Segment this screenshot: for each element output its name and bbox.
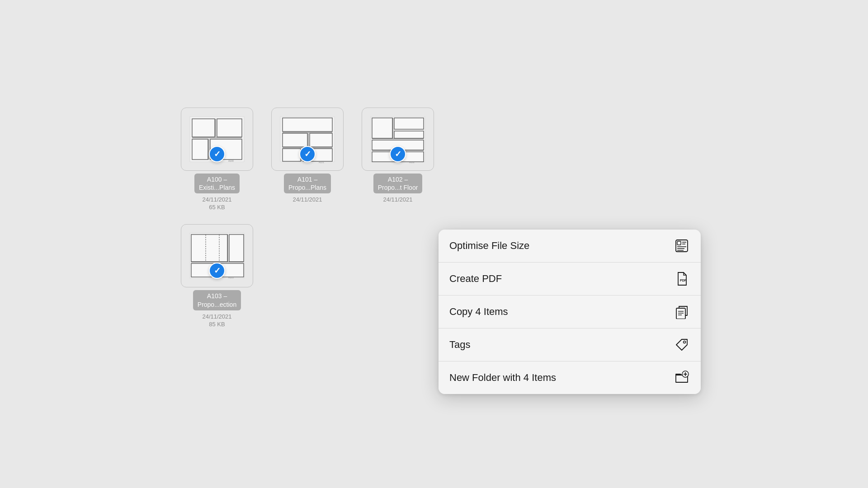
svg-rect-2 xyxy=(217,119,242,137)
file-size-1: 65 KB xyxy=(209,204,225,211)
file-thumbnail-2[interactable]: A101 xyxy=(271,108,344,171)
svg-rect-3 xyxy=(192,139,208,160)
svg-rect-49 xyxy=(676,308,685,319)
optimize-icon xyxy=(674,238,690,254)
file-label-4: A103 – Propo...ection xyxy=(193,290,241,310)
menu-item-optimise-label: Optimise File Size xyxy=(449,240,529,252)
copy-icon xyxy=(674,304,690,320)
svg-rect-12 xyxy=(310,133,332,147)
menu-item-new-folder[interactable]: New Folder with 4 Items xyxy=(439,361,701,394)
svg-rect-33 xyxy=(191,235,227,262)
copy-svg xyxy=(675,305,689,319)
menu-item-pdf-label: Create PDF xyxy=(449,273,502,285)
pdf-svg: PDF xyxy=(675,272,689,286)
file-size-4: 85 KB xyxy=(209,321,225,328)
check-badge-2 xyxy=(299,146,316,162)
svg-text:A100: A100 xyxy=(228,160,234,162)
file-thumbnail-1[interactable]: A100 xyxy=(181,108,253,171)
svg-rect-1 xyxy=(192,119,215,137)
menu-item-tags[interactable]: Tags xyxy=(439,328,701,361)
svg-point-53 xyxy=(684,341,686,343)
svg-rect-13 xyxy=(283,149,301,161)
file-item-2[interactable]: A101 A101 – Propo...Plans 24/11/2021 xyxy=(271,108,344,211)
check-badge-1 xyxy=(209,146,225,162)
svg-rect-11 xyxy=(283,133,307,147)
file-date-2: 24/11/2021 xyxy=(292,196,322,203)
empty-slot-2 xyxy=(362,224,434,327)
context-menu: Optimise File Size Create PDF xyxy=(439,230,701,394)
tag-svg xyxy=(675,338,689,352)
file-thumbnail-4[interactable]: A103 xyxy=(181,224,253,287)
file-item-1[interactable]: A100 A100 – Existi...Plans 24/11/2021 65… xyxy=(181,108,253,211)
tag-icon xyxy=(674,337,690,353)
file-date-4: 24/11/2021 xyxy=(202,313,231,320)
optimize-svg xyxy=(675,239,689,253)
file-label-3: A102 – Propo...t Floor xyxy=(373,174,423,193)
svg-rect-41 xyxy=(676,240,688,252)
check-badge-3 xyxy=(390,146,406,162)
svg-rect-23 xyxy=(394,131,424,138)
svg-rect-42 xyxy=(677,241,681,245)
menu-item-copy-label: Copy 4 Items xyxy=(449,306,508,318)
menu-item-folder-label: New Folder with 4 Items xyxy=(449,372,556,384)
empty-slot-1 xyxy=(271,224,344,327)
file-item-4[interactable]: A103 A103 – Propo...ection 24/11/2021 85… xyxy=(181,224,253,327)
svg-rect-21 xyxy=(372,118,392,138)
file-date-3: 24/11/2021 xyxy=(383,196,412,203)
file-label-2: A101 – Propo...Plans xyxy=(284,174,331,193)
menu-item-create-pdf[interactable]: Create PDF PDF xyxy=(439,263,701,296)
svg-rect-34 xyxy=(229,235,244,262)
svg-text:A101: A101 xyxy=(319,161,324,164)
svg-text:PDF: PDF xyxy=(680,279,687,282)
menu-item-tags-label: Tags xyxy=(449,339,470,351)
menu-item-copy[interactable]: Copy 4 Items xyxy=(439,296,701,328)
file-item-3[interactable]: A102 A102 – Propo...t Floor 24/11/2021 xyxy=(362,108,434,211)
svg-rect-10 xyxy=(283,118,332,131)
new-folder-icon xyxy=(674,370,690,386)
new-folder-svg xyxy=(675,371,689,385)
svg-text:A102: A102 xyxy=(409,161,415,164)
files-grid: A100 A100 – Existi...Plans 24/11/2021 65… xyxy=(167,94,448,341)
check-badge-4 xyxy=(209,263,225,279)
svg-text:A103: A103 xyxy=(228,276,234,279)
file-date-1: 24/11/2021 xyxy=(202,196,231,203)
menu-item-optimise[interactable]: Optimise File Size xyxy=(439,230,701,263)
file-thumbnail-3[interactable]: A102 xyxy=(362,108,434,171)
pdf-icon: PDF xyxy=(674,271,690,287)
main-container: A100 A100 – Existi...Plans 24/11/2021 65… xyxy=(167,94,701,394)
file-label-1: A100 – Existi...Plans xyxy=(194,174,240,193)
svg-rect-22 xyxy=(394,118,424,129)
